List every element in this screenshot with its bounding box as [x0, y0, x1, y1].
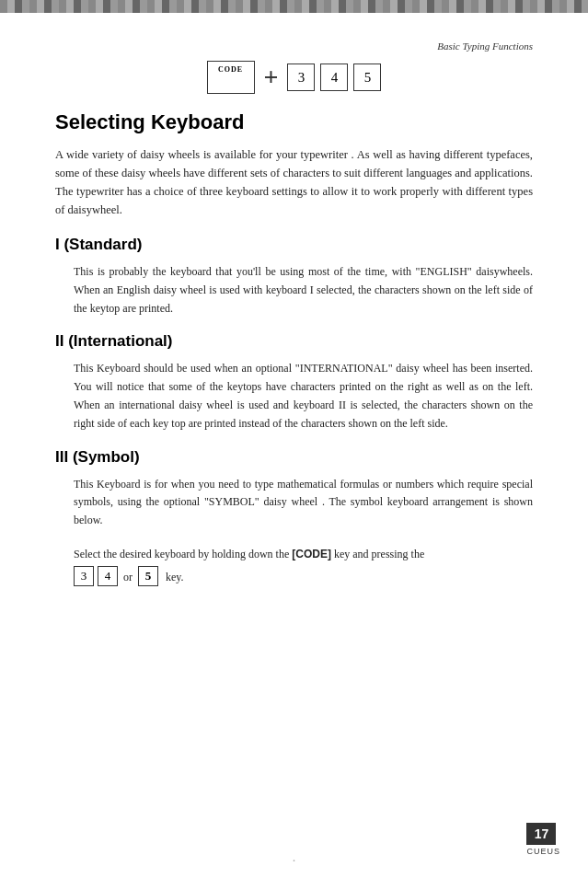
page-number-area: 17 CUEUS — [526, 823, 560, 856]
select-line-text: Select the desired keyboard by holding d… — [74, 548, 424, 560]
code-key-label: CODE — [208, 65, 254, 74]
dot-indicator: · — [293, 854, 296, 869]
key-4: 4 — [320, 64, 348, 91]
inline-key-4: 4 — [98, 566, 118, 586]
section-3-text: This Keyboard is for when you need to ty… — [55, 476, 533, 530]
main-title: Selecting Keyboard — [55, 110, 533, 134]
page-header: Basic Typing Functions — [55, 40, 533, 52]
inline-key-5: 5 — [138, 566, 158, 586]
key-end-text: key. — [166, 571, 184, 584]
key-diagram: CODE + 3 4 5 — [55, 61, 533, 94]
page-code: CUEUS — [526, 847, 560, 856]
inline-keys-group: 3 4 or 5 key. — [74, 567, 184, 587]
select-keyboard-line: Select the desired keyboard by holding d… — [55, 545, 533, 587]
intro-text: A wide variety of daisy wheels is availa… — [55, 145, 533, 219]
page: Basic Typing Functions CODE + 3 4 5 Sele… — [0, 0, 588, 878]
section-1-heading: I (Standard) — [55, 236, 533, 254]
section-1-text: This is probably the keyboard that you'l… — [55, 263, 533, 318]
or-text: or — [123, 571, 133, 584]
plus-sign: + — [264, 63, 279, 92]
inline-key-3: 3 — [74, 566, 94, 586]
section-3: III (Symbol) This Keyboard is for when y… — [55, 448, 533, 588]
section-2-heading: II (International) — [55, 332, 533, 351]
section-3-heading: III (Symbol) — [55, 448, 533, 467]
code-bold: [CODE] — [292, 548, 331, 560]
key-3: 3 — [287, 64, 315, 91]
top-bar — [0, 0, 588, 13]
page-number: 17 — [526, 823, 556, 845]
section-2: II (International) This Keyboard should … — [55, 332, 533, 433]
section-1: I (Standard) This is probably the keyboa… — [55, 236, 533, 318]
code-key: CODE — [207, 61, 255, 94]
key-5: 5 — [353, 64, 381, 91]
section-2-text: This Keyboard should be used when an opt… — [55, 360, 533, 433]
